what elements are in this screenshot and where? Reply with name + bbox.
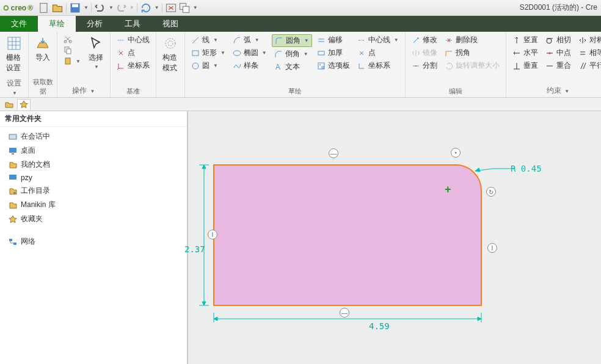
ribbon: 栅格设置 设置 ▼ 导入 获取数据 ▼ 选择▼ 操作 ▼ — [0, 32, 601, 98]
sketch-csys-button[interactable]: 坐标系 — [355, 60, 401, 71]
quick-access-toolbar: ▼ ▼ ▼ ▼ ▼ — [38, 2, 198, 14]
grid-settings-button[interactable]: 栅格设置 — [4, 34, 24, 75]
cut-icon[interactable] — [61, 34, 83, 44]
dim-width[interactable]: 4.59 — [369, 321, 390, 331]
handle-corner-lock[interactable]: ⭑ — [451, 148, 461, 158]
window-title: S2D0001 (活动的) - Cre — [520, 2, 597, 13]
svg-point-22 — [319, 64, 321, 65]
text-button[interactable]: A文本 — [272, 61, 312, 73]
tree-item-session[interactable]: 在会话中 — [0, 129, 187, 144]
svg-rect-27 — [9, 134, 16, 139]
handle-arc[interactable]: ↻ — [486, 187, 496, 197]
palette-button[interactable]: 选项板 — [315, 60, 352, 71]
thicken-button[interactable]: 加厚 — [315, 47, 352, 59]
fillet-button[interactable]: 圆角▼ — [272, 34, 312, 47]
folder-tab-icon[interactable] — [2, 99, 16, 110]
datum-csys-button[interactable]: 坐标系 — [114, 60, 152, 71]
rect-button[interactable]: 矩形▼ — [189, 47, 228, 59]
svg-rect-7 — [183, 6, 189, 12]
new-icon[interactable] — [38, 2, 50, 14]
open-icon[interactable] — [51, 2, 64, 14]
windows-icon[interactable] — [178, 2, 191, 14]
svg-point-17 — [192, 63, 199, 69]
tangent-button[interactable]: 相切 — [543, 34, 574, 46]
mirror-button: 镜像 — [409, 47, 440, 59]
offset-button[interactable]: 偏移 — [315, 34, 352, 46]
svg-point-15 — [168, 41, 173, 46]
svg-rect-16 — [192, 51, 199, 56]
select-button[interactable]: 选择▼ — [86, 34, 106, 71]
sketch-centerline-button[interactable]: 中心线▼ — [355, 34, 401, 46]
modify-button[interactable]: 修改 — [409, 34, 440, 46]
delete-seg-button[interactable]: 删除段 — [442, 34, 502, 46]
tab-view[interactable]: 视图 — [151, 16, 189, 32]
import-button[interactable]: 导入 — [32, 34, 53, 64]
app-logo: creo® — [2, 4, 33, 12]
handle-top[interactable]: — — [329, 148, 338, 158]
symmetric-button[interactable]: 对称 — [576, 34, 601, 46]
line-button[interactable]: 线▼ — [189, 34, 228, 46]
side-panel: 常用文件夹 在会话中 桌面 我的文档 pzy 工作目录 Manikin 库 收藏… — [0, 111, 188, 364]
svg-rect-2 — [40, 3, 47, 12]
spline-button[interactable]: 样条 — [230, 60, 269, 71]
horizontal-button[interactable]: 水平 — [510, 47, 541, 59]
handle-left[interactable]: I — [208, 230, 217, 239]
ellipse-button[interactable]: 椭圆▼ — [230, 47, 269, 59]
redo-icon[interactable] — [115, 2, 127, 14]
handle-right[interactable]: I — [487, 243, 497, 253]
sketch-point-button[interactable]: 点 — [355, 47, 401, 59]
divide-button[interactable]: 分割 — [409, 60, 440, 71]
favorites-tab-icon[interactable] — [17, 99, 31, 110]
title-bar: creo® ▼ ▼ ▼ ▼ ▼ S2D0001 (活动的) - Cre — [0, 0, 601, 16]
undo-icon[interactable] — [94, 2, 106, 14]
tab-tools[interactable]: 工具 — [114, 16, 151, 32]
svg-point-14 — [166, 38, 175, 48]
svg-rect-13 — [65, 58, 70, 64]
dim-height[interactable]: 2.37 — [184, 244, 205, 254]
midpoint-button[interactable]: 中点 — [543, 47, 574, 59]
tab-analysis[interactable]: 分析 — [76, 16, 114, 32]
sketch-svg — [188, 111, 530, 343]
close-window-icon[interactable] — [165, 2, 177, 14]
tree-item-manikin[interactable]: Manikin 库 — [0, 198, 187, 212]
tree-item-user[interactable]: pzy — [0, 172, 187, 184]
rotate-resize-button: 旋转调整大小 — [442, 60, 502, 71]
chamfer-button[interactable]: 倒角▼ — [272, 48, 312, 60]
tree-item-network[interactable]: 网络 — [0, 235, 187, 249]
corner-button[interactable]: 拐角 — [442, 47, 502, 59]
coincident-button[interactable]: 重合 — [543, 60, 574, 71]
svg-rect-20 — [318, 51, 324, 55]
tree-item-workdir[interactable]: 工作目录 — [0, 184, 187, 198]
regen-icon[interactable] — [140, 2, 152, 14]
tree-item-docs[interactable]: 我的文档 — [0, 158, 187, 172]
menu-bar: 文件 草绘 分析 工具 视图 — [0, 16, 601, 32]
vertical-button[interactable]: 竖直 — [510, 34, 541, 46]
tab-file[interactable]: 文件 — [0, 16, 38, 32]
copy-icon[interactable] — [61, 45, 83, 55]
perpendicular-button[interactable]: 垂直 — [510, 60, 541, 71]
dim-radius[interactable]: R 0.45 — [511, 164, 542, 173]
circle-button[interactable]: 圆▼ — [189, 60, 228, 71]
construction-mode-button[interactable]: 构造模式 — [160, 34, 181, 75]
tree-item-favorites[interactable]: 收藏夹 — [0, 212, 187, 226]
svg-rect-8 — [8, 37, 20, 49]
svg-rect-4 — [72, 4, 78, 7]
datum-point-button[interactable]: 点 — [114, 47, 152, 59]
tree-item-desktop[interactable]: 桌面 — [0, 144, 187, 158]
svg-rect-28 — [9, 148, 16, 153]
svg-rect-29 — [12, 153, 14, 155]
svg-point-1 — [5, 6, 7, 9]
save-icon[interactable] — [69, 2, 81, 14]
centerline-button[interactable]: 中心线 — [114, 34, 152, 46]
svg-point-18 — [233, 51, 241, 56]
svg-rect-30 — [9, 175, 16, 180]
tab-sketch[interactable]: 草绘 — [38, 16, 76, 32]
parallel-button[interactable]: 平行 — [576, 60, 601, 71]
canvas[interactable]: 2.37 4.59 R 0.45 — ⭑ ↻ I I — + — [188, 111, 601, 364]
handle-bottom[interactable]: — — [340, 308, 349, 318]
equal-button[interactable]: 相等 — [576, 47, 601, 59]
crosshair-icon: + — [445, 183, 451, 196]
paste-icon[interactable]: ▼ — [61, 56, 83, 66]
arc-button[interactable]: 弧▼ — [230, 34, 269, 46]
main-area: 常用文件夹 在会话中 桌面 我的文档 pzy 工作目录 Manikin 库 收藏… — [0, 111, 601, 364]
